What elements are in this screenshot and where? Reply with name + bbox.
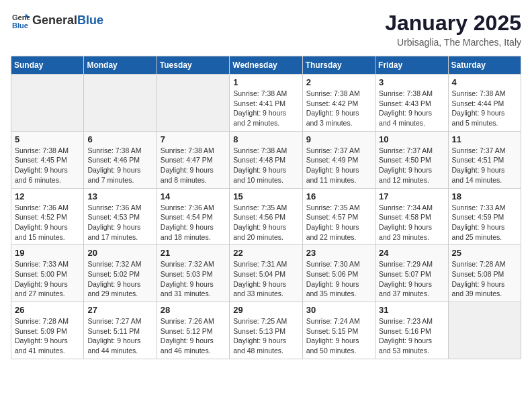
calendar-cell: 25Sunrise: 7:28 AMSunset: 5:08 PMDayligh… [448, 245, 521, 302]
calendar-title: January 2025 [385, 11, 521, 36]
day-info: Sunrise: 7:28 AMSunset: 5:09 PMDaylight:… [15, 316, 80, 356]
header: General Blue GeneralBlue January 2025 Ur… [11, 11, 521, 48]
calendar-subtitle: Urbisaglia, The Marches, Italy [385, 37, 521, 48]
day-number: 5 [15, 134, 80, 144]
calendar-cell: 9Sunrise: 7:37 AMSunset: 4:49 PMDaylight… [302, 131, 375, 188]
calendar-cell: 1Sunrise: 7:38 AMSunset: 4:41 PMDaylight… [230, 75, 302, 132]
calendar-cell: 3Sunrise: 7:38 AMSunset: 4:43 PMDaylight… [375, 75, 448, 132]
weekday-header-saturday: Saturday [448, 56, 521, 75]
day-info: Sunrise: 7:37 AMSunset: 4:50 PMDaylight:… [379, 146, 444, 185]
calendar-week-row: 26Sunrise: 7:28 AMSunset: 5:09 PMDayligh… [11, 302, 521, 359]
calendar-week-row: 19Sunrise: 7:33 AMSunset: 5:00 PMDayligh… [11, 245, 521, 302]
calendar-cell: 7Sunrise: 7:38 AMSunset: 4:47 PMDaylight… [157, 131, 229, 188]
day-info: Sunrise: 7:38 AMSunset: 4:47 PMDaylight:… [161, 146, 226, 185]
calendar-cell: 18Sunrise: 7:33 AMSunset: 4:59 PMDayligh… [448, 188, 521, 245]
day-info: Sunrise: 7:38 AMSunset: 4:48 PMDaylight:… [233, 146, 298, 185]
calendar-cell: 27Sunrise: 7:27 AMSunset: 5:11 PMDayligh… [84, 302, 157, 359]
weekday-header-tuesday: Tuesday [157, 56, 229, 75]
day-number: 31 [379, 305, 444, 315]
calendar-cell: 17Sunrise: 7:34 AMSunset: 4:58 PMDayligh… [375, 188, 448, 245]
weekday-header-thursday: Thursday [302, 56, 375, 75]
day-number: 8 [233, 134, 298, 144]
day-number: 15 [233, 191, 298, 201]
calendar-cell: 22Sunrise: 7:31 AMSunset: 5:04 PMDayligh… [230, 245, 302, 302]
day-info: Sunrise: 7:24 AMSunset: 5:15 PMDaylight:… [306, 316, 371, 356]
day-number: 25 [452, 248, 517, 258]
day-number: 1 [233, 77, 298, 87]
day-number: 2 [306, 77, 371, 87]
day-info: Sunrise: 7:32 AMSunset: 5:03 PMDaylight:… [161, 259, 226, 299]
day-info: Sunrise: 7:38 AMSunset: 4:45 PMDaylight:… [15, 146, 80, 185]
svg-text:Blue: Blue [12, 21, 28, 30]
day-number: 3 [379, 77, 444, 87]
day-number: 24 [379, 248, 444, 258]
day-info: Sunrise: 7:34 AMSunset: 4:58 PMDaylight:… [379, 203, 444, 242]
calendar-week-row: 12Sunrise: 7:36 AMSunset: 4:52 PMDayligh… [11, 188, 521, 245]
calendar-cell: 11Sunrise: 7:37 AMSunset: 4:51 PMDayligh… [448, 131, 521, 188]
day-number: 14 [161, 191, 226, 201]
logo: General Blue GeneralBlue [11, 11, 103, 30]
day-number: 16 [306, 191, 371, 201]
day-number: 26 [15, 305, 80, 315]
day-info: Sunrise: 7:38 AMSunset: 4:43 PMDaylight:… [379, 89, 444, 128]
calendar-cell: 29Sunrise: 7:25 AMSunset: 5:13 PMDayligh… [230, 302, 302, 359]
day-info: Sunrise: 7:28 AMSunset: 5:08 PMDaylight:… [452, 259, 517, 299]
day-number: 29 [233, 305, 298, 315]
calendar-cell: 19Sunrise: 7:33 AMSunset: 5:00 PMDayligh… [11, 245, 84, 302]
day-number: 9 [306, 134, 371, 144]
weekday-header-monday: Monday [84, 56, 157, 75]
day-info: Sunrise: 7:31 AMSunset: 5:04 PMDaylight:… [233, 259, 298, 299]
logo-blue-text: Blue [77, 13, 103, 27]
day-info: Sunrise: 7:38 AMSunset: 4:42 PMDaylight:… [306, 89, 371, 128]
calendar-cell [157, 75, 229, 132]
day-info: Sunrise: 7:38 AMSunset: 4:41 PMDaylight:… [233, 89, 298, 128]
calendar-week-row: 5Sunrise: 7:38 AMSunset: 4:45 PMDaylight… [11, 131, 521, 188]
calendar-cell: 24Sunrise: 7:29 AMSunset: 5:07 PMDayligh… [375, 245, 448, 302]
day-number: 13 [87, 191, 152, 201]
calendar-cell: 14Sunrise: 7:36 AMSunset: 4:54 PMDayligh… [157, 188, 229, 245]
calendar-table: SundayMondayTuesdayWednesdayThursdayFrid… [11, 56, 521, 359]
day-info: Sunrise: 7:37 AMSunset: 4:49 PMDaylight:… [306, 146, 371, 185]
weekday-header-row: SundayMondayTuesdayWednesdayThursdayFrid… [11, 56, 521, 75]
calendar-cell: 21Sunrise: 7:32 AMSunset: 5:03 PMDayligh… [157, 245, 229, 302]
calendar-cell: 8Sunrise: 7:38 AMSunset: 4:48 PMDaylight… [230, 131, 302, 188]
day-info: Sunrise: 7:27 AMSunset: 5:11 PMDaylight:… [87, 316, 152, 356]
calendar-cell: 4Sunrise: 7:38 AMSunset: 4:44 PMDaylight… [448, 75, 521, 132]
calendar-cell: 10Sunrise: 7:37 AMSunset: 4:50 PMDayligh… [375, 131, 448, 188]
title-section: January 2025 Urbisaglia, The Marches, It… [385, 11, 521, 48]
weekday-header-friday: Friday [375, 56, 448, 75]
day-info: Sunrise: 7:25 AMSunset: 5:13 PMDaylight:… [233, 316, 298, 356]
calendar-cell: 26Sunrise: 7:28 AMSunset: 5:09 PMDayligh… [11, 302, 84, 359]
day-number: 20 [87, 248, 152, 258]
calendar-cell: 20Sunrise: 7:32 AMSunset: 5:02 PMDayligh… [84, 245, 157, 302]
calendar-cell: 2Sunrise: 7:38 AMSunset: 4:42 PMDaylight… [302, 75, 375, 132]
day-info: Sunrise: 7:36 AMSunset: 4:52 PMDaylight:… [15, 203, 80, 242]
day-number: 11 [452, 134, 517, 144]
day-info: Sunrise: 7:32 AMSunset: 5:02 PMDaylight:… [87, 259, 152, 299]
day-number: 23 [306, 248, 371, 258]
calendar-cell: 28Sunrise: 7:26 AMSunset: 5:12 PMDayligh… [157, 302, 229, 359]
day-info: Sunrise: 7:23 AMSunset: 5:16 PMDaylight:… [379, 316, 444, 356]
day-info: Sunrise: 7:36 AMSunset: 4:54 PMDaylight:… [161, 203, 226, 242]
day-number: 19 [15, 248, 80, 258]
calendar-cell: 31Sunrise: 7:23 AMSunset: 5:16 PMDayligh… [375, 302, 448, 359]
logo-general-text: General [32, 13, 77, 27]
day-info: Sunrise: 7:33 AMSunset: 5:00 PMDaylight:… [15, 259, 80, 299]
day-info: Sunrise: 7:26 AMSunset: 5:12 PMDaylight:… [161, 316, 226, 356]
day-info: Sunrise: 7:35 AMSunset: 4:56 PMDaylight:… [233, 203, 298, 242]
calendar-cell [84, 75, 157, 132]
day-number: 4 [452, 77, 517, 87]
day-number: 7 [161, 134, 226, 144]
day-number: 22 [233, 248, 298, 258]
day-number: 6 [87, 134, 152, 144]
calendar-cell: 13Sunrise: 7:36 AMSunset: 4:53 PMDayligh… [84, 188, 157, 245]
day-number: 21 [161, 248, 226, 258]
day-info: Sunrise: 7:38 AMSunset: 4:46 PMDaylight:… [87, 146, 152, 185]
day-number: 12 [15, 191, 80, 201]
day-info: Sunrise: 7:38 AMSunset: 4:44 PMDaylight:… [452, 89, 517, 128]
weekday-header-wednesday: Wednesday [230, 56, 302, 75]
day-info: Sunrise: 7:33 AMSunset: 4:59 PMDaylight:… [452, 203, 517, 242]
logo-icon: General Blue [11, 11, 30, 30]
calendar-cell: 30Sunrise: 7:24 AMSunset: 5:15 PMDayligh… [302, 302, 375, 359]
day-number: 10 [379, 134, 444, 144]
